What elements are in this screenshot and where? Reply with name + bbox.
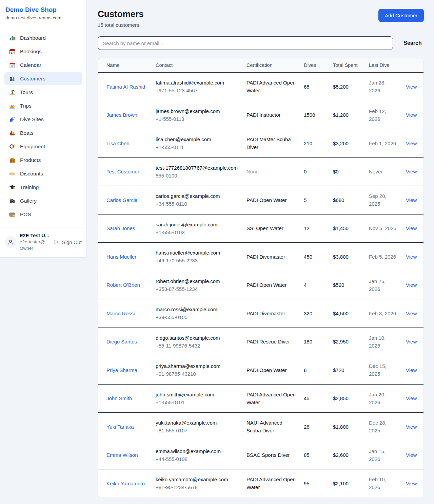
table-row: Priya Sharma priya.sharma@example.com +9…	[98, 356, 424, 385]
view-link[interactable]: View	[406, 282, 417, 288]
table-row: Sarah Jones sarah.jones@example.com +1-5…	[98, 214, 424, 243]
customer-certification: PADI Instructor	[246, 112, 281, 118]
customer-phone: +81-90-1234-5678	[156, 483, 238, 491]
customer-name-link[interactable]: John Smith	[106, 394, 132, 402]
sidebar-item-label: Customers	[20, 76, 45, 82]
customer-name-link[interactable]: Lisa Chen	[106, 139, 130, 147]
customer-dives: 1500	[304, 112, 315, 118]
customer-certification: PADI Advanced Open Water	[246, 80, 296, 93]
customer-total-spent: $2,600	[333, 452, 349, 458]
sidebar-item-bookings[interactable]: Bookings	[4, 45, 82, 58]
customer-phone: 555-0100	[156, 172, 238, 180]
view-link[interactable]: View	[406, 424, 417, 430]
view-link[interactable]: View	[406, 367, 417, 373]
sidebar-item-trips[interactable]: Trips	[4, 99, 82, 112]
sidebar-item-tours[interactable]: Tours	[4, 86, 82, 99]
customer-email: john.smith@example.com	[156, 391, 238, 398]
sidebar-item-pos[interactable]: POS	[4, 208, 82, 221]
view-link[interactable]: View	[406, 169, 417, 174]
col-header-actions	[401, 58, 424, 73]
customers-icon	[9, 75, 16, 82]
trips-icon	[9, 102, 16, 109]
sidebar-item-products[interactable]: Products	[4, 154, 82, 167]
customer-dives: 65	[304, 84, 310, 90]
avatar	[5, 236, 16, 248]
customer-name-link[interactable]: James Brown	[106, 111, 137, 119]
customer-last-dive: Jan 15, 2026	[369, 448, 386, 462]
customer-last-dive: Never	[369, 169, 382, 174]
customer-email: lisa.chen@example.com	[156, 135, 238, 143]
customer-certification: PADI Advanced Open Water	[246, 392, 296, 405]
sign-out-button[interactable]: Sign Out	[54, 239, 82, 245]
view-link[interactable]: View	[406, 254, 417, 260]
sidebar-item-label: Dive Sites	[20, 116, 44, 123]
customer-phone: +49-170-555-2233	[156, 257, 238, 264]
sidebar-item-calendar[interactable]: Calendar	[4, 59, 82, 72]
view-link[interactable]: View	[406, 311, 417, 316]
customer-last-dive: Feb 5, 2026	[369, 254, 396, 260]
customer-name-link[interactable]: Priya Sharma	[106, 366, 137, 374]
sidebar-item-boats[interactable]: Boats	[4, 127, 82, 139]
sidebar-item-dive-sites[interactable]: Dive Sites	[4, 113, 82, 126]
customer-name-link[interactable]: Emma Wilson	[106, 451, 138, 459]
table-row: Marco Rossi marco.rossi@example.com +39-…	[98, 299, 424, 328]
customer-certification: PADI Advanced Open Water	[246, 477, 296, 490]
sidebar-item-discounts[interactable]: Discounts	[4, 167, 82, 180]
calendar-icon	[9, 62, 16, 69]
pos-icon	[9, 211, 16, 218]
customer-name-link[interactable]: Robert O'Brien	[106, 281, 140, 289]
search-button[interactable]: Search	[401, 40, 424, 46]
customer-total-spent: $4,500	[333, 311, 349, 316]
search-input[interactable]	[98, 36, 393, 50]
customer-email: yuki.tanaka@example.com	[156, 419, 238, 427]
customer-name-link[interactable]: Sarah Jones	[106, 224, 135, 232]
customer-phone: +91-98765-43210	[156, 370, 238, 378]
view-link[interactable]: View	[406, 395, 417, 401]
brand-domain: demo.test.divestreams.com	[5, 15, 81, 20]
customer-email: emma.wilson@example.com	[156, 447, 238, 455]
customer-name-link[interactable]: Hans Mueller	[106, 253, 136, 261]
table-header-row: Name Contact Certification Dives Total S…	[98, 58, 424, 73]
customers-table: Name Contact Certification Dives Total S…	[98, 58, 424, 498]
customer-name-link[interactable]: Yuki Tanaka	[106, 423, 134, 431]
customer-certification: BSAC Sports Diver	[246, 452, 290, 458]
customer-email: priya.sharma@example.com	[156, 362, 238, 370]
sidebar-item-label: Discounts	[20, 171, 43, 177]
table-row: Lisa Chen lisa.chen@example.com +1-555-0…	[98, 129, 424, 158]
dashboard-icon	[9, 35, 16, 41]
view-link[interactable]: View	[406, 225, 417, 231]
app: Demo Dive Shop demo.test.divestreams.com…	[0, 0, 434, 504]
customers-table-card: Name Contact Certification Dives Total S…	[98, 58, 424, 498]
view-link[interactable]: View	[406, 84, 417, 90]
products-icon	[9, 157, 16, 164]
customer-name-link[interactable]: Marco Rossi	[106, 310, 135, 317]
view-link[interactable]: View	[406, 452, 417, 458]
add-customer-button[interactable]: Add Customer	[378, 9, 424, 22]
view-link[interactable]: View	[406, 112, 417, 118]
customer-name-link[interactable]: Keiko Yamamoto	[106, 480, 145, 487]
sidebar-item-label: Tours	[20, 89, 33, 95]
sidebar-nav: Dashboard Bookings Calendar Customers To…	[0, 26, 86, 224]
bookings-icon	[9, 48, 16, 55]
sidebar-item-label: POS	[20, 211, 31, 218]
customer-name-link[interactable]: Carlos Garcia	[106, 196, 138, 204]
view-link[interactable]: View	[406, 339, 417, 344]
customer-certification: PADI Divemaster	[246, 311, 285, 316]
sidebar-item-gallery[interactable]: Gallery	[4, 194, 82, 207]
view-link[interactable]: View	[406, 197, 417, 203]
sidebar-item-training[interactable]: Training	[4, 181, 82, 194]
sidebar-item-label: Bookings	[20, 49, 42, 55]
customer-name-link[interactable]: Test Customer	[106, 168, 139, 175]
sidebar-item-dashboard[interactable]: Dashboard	[4, 32, 82, 44]
customer-last-dive: Jan 25, 2026	[369, 278, 386, 292]
sidebar-item-equipment[interactable]: Equipment	[4, 140, 82, 153]
view-link[interactable]: View	[406, 481, 417, 486]
customer-certification: None	[246, 169, 259, 174]
view-link[interactable]: View	[406, 141, 417, 146]
customer-certification: PADI Master Scuba Diver	[246, 136, 291, 150]
customer-name-link[interactable]: Diego Santos	[106, 338, 137, 346]
sign-out-label: Sign Out	[62, 239, 82, 245]
customer-last-dive: Dec 28, 2025	[369, 420, 387, 433]
customer-name-link[interactable]: Fatima Al-Rashid	[106, 83, 145, 91]
sidebar-item-customers[interactable]: Customers	[4, 72, 82, 85]
